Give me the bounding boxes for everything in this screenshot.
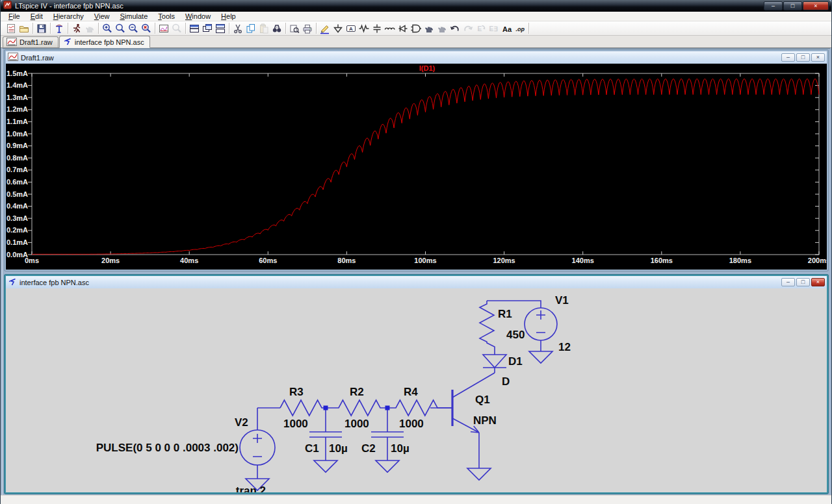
tab-label: Draft1.raw [20, 38, 53, 46]
label-q1-value: NPN [473, 414, 497, 427]
menu-item-simulate[interactable]: Simulate [114, 12, 153, 21]
label-q1-name: Q1 [475, 394, 490, 406]
toolbar-separator [316, 23, 317, 34]
place-inductor-button[interactable] [384, 22, 396, 34]
menu-item-edit[interactable]: Edit [25, 12, 48, 21]
spice-directive-button[interactable]: .op [514, 22, 526, 34]
schematic-minimize-button[interactable]: – [781, 278, 795, 286]
label-c1-value: 10µ [329, 442, 348, 455]
tile-windows-button[interactable] [214, 22, 227, 34]
label-v1-name: V1 [555, 294, 569, 307]
menu-item-window[interactable]: Window [180, 12, 216, 21]
x-tick-label: 140ms [565, 257, 601, 264]
maximize-button[interactable]: □ [783, 1, 802, 10]
x-tick-label: 60ms [250, 257, 286, 264]
move-button[interactable] [422, 22, 436, 34]
draw-wire-button[interactable] [318, 22, 332, 34]
waveform-restore-button[interactable]: □ [796, 53, 810, 62]
voltage-source-V1[interactable] [525, 308, 557, 351]
resistor-R3[interactable] [280, 400, 326, 416]
resistor-R4[interactable] [387, 400, 452, 416]
waveform-plot-area[interactable]: 0.0mA0.1mA0.2mA0.3mA0.4mA0.5mA0.6mA0.7mA… [6, 64, 827, 270]
label-v2-value: PULSE(0 5 0 0 0 .0003 .002) [96, 442, 239, 454]
toolbar-separator [155, 23, 155, 34]
open-button[interactable] [18, 22, 31, 34]
app-icon [3, 0, 12, 12]
title-bar[interactable]: LTspice IV - interface fpb NPN.asc – □ × [1, 0, 831, 12]
zoom-out-button[interactable] [127, 22, 140, 34]
waveform-minimize-button[interactable]: – [781, 53, 795, 62]
undo-zoom-button[interactable] [140, 22, 153, 34]
tab-draft1-raw[interactable]: Draft1.raw [3, 36, 58, 47]
paste-button [257, 22, 270, 34]
schematic-drawing: V1 12 R1 450 D1 D Q1 NPN R3 1000 R2 1000… [6, 288, 827, 492]
trace-legend[interactable]: I(D1) [399, 64, 455, 72]
find-button[interactable] [270, 22, 283, 34]
waveform-icon [6, 38, 17, 47]
autorange-y-axis-button[interactable] [157, 22, 170, 34]
menu-item-help[interactable]: Help [216, 12, 241, 21]
menu-item-view[interactable]: View [89, 12, 115, 21]
waveform-icon [8, 53, 18, 62]
menu-item-file[interactable]: File [3, 12, 25, 21]
place-component-button[interactable] [410, 22, 422, 34]
waveform-window[interactable]: Draft1.raw – □ × 0.0mA0.1mA0.2mA0.3mA0.4… [5, 50, 828, 271]
cascade-windows-button[interactable] [201, 22, 214, 34]
x-tick-label: 20ms [92, 257, 129, 264]
schematic-window-title: interface fpb NPN.asc [20, 279, 89, 286]
zoom-in-button[interactable] [101, 22, 114, 34]
waveform-plot [6, 64, 827, 269]
label-net-button[interactable]: A [344, 22, 358, 34]
drag-button[interactable] [436, 22, 448, 34]
print-button[interactable] [301, 22, 314, 34]
ground-symbol[interactable] [376, 460, 399, 472]
label-v2-name: V2 [235, 416, 248, 429]
schematic-icon [63, 37, 72, 47]
label-r3-value: 1000 [283, 418, 308, 430]
toolbar-separator [32, 23, 33, 34]
toolbar-separator [98, 23, 99, 34]
resistor-R1[interactable] [480, 301, 495, 355]
y-tick-label: 0.1mA [6, 238, 28, 246]
ground-symbol[interactable] [314, 460, 337, 472]
run-button[interactable] [70, 22, 83, 34]
new-schematic-button[interactable] [5, 22, 18, 34]
copy-button[interactable] [244, 22, 257, 34]
menu-item-hierarchy[interactable]: Hierarchy [48, 12, 89, 21]
halt-button [83, 22, 96, 34]
tile-horizontally-button[interactable] [188, 22, 201, 34]
place-capacitor-button[interactable] [370, 22, 384, 34]
schematic-restore-button[interactable]: □ [796, 278, 810, 286]
tab-interface-fpb-npn-asc[interactable]: interface fpb NPN.asc [59, 36, 150, 48]
ground-symbol[interactable] [467, 468, 491, 480]
print-preview-button[interactable] [288, 22, 301, 34]
resistor-R2[interactable] [326, 400, 387, 416]
place-diode-button[interactable] [396, 22, 410, 34]
place-ground-button[interactable] [332, 22, 344, 34]
y-tick-label: 0.3mA [6, 214, 28, 222]
label-c2-name: C2 [361, 442, 376, 455]
control-panel-button[interactable] [53, 22, 66, 34]
schematic-window-titlebar[interactable]: interface fpb NPN.asc – □ × [6, 276, 827, 288]
waveform-window-titlebar[interactable]: Draft1.raw – □ × [6, 51, 827, 64]
cut-button[interactable] [231, 22, 244, 34]
schematic-close-button[interactable]: × [811, 278, 825, 286]
svg-text:A: A [349, 25, 353, 31]
diode-D1[interactable] [483, 355, 506, 373]
ground-symbol[interactable] [529, 351, 552, 363]
save-button[interactable] [35, 22, 48, 34]
waveform-close-button[interactable]: × [811, 53, 825, 62]
zoom-full-extents-button[interactable] [114, 22, 127, 34]
menu-item-tools[interactable]: Tools [153, 12, 180, 21]
close-button[interactable]: × [803, 1, 829, 10]
y-tick-label: 0.8mA [6, 154, 28, 162]
label-r1-value: 450 [506, 329, 525, 341]
schematic-canvas[interactable]: V1 12 R1 450 D1 D Q1 NPN R3 1000 R2 1000… [6, 288, 827, 492]
undo-button[interactable] [448, 22, 462, 34]
mdi-area: Draft1.raw – □ × 0.0mA0.1mA0.2mA0.3mA0.4… [2, 48, 830, 495]
minimize-button[interactable]: – [764, 1, 783, 10]
wire[interactable] [487, 301, 541, 308]
place-resistor-button[interactable] [358, 22, 370, 34]
text-button[interactable]: Aa [500, 22, 514, 34]
schematic-window[interactable]: interface fpb NPN.asc – □ × [5, 275, 828, 494]
